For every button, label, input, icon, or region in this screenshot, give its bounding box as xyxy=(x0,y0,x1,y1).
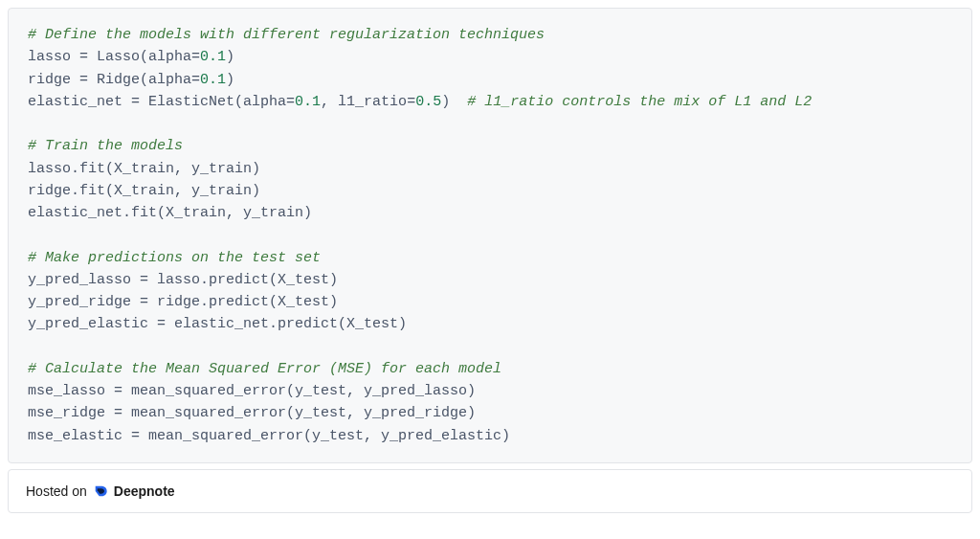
code-text: mse_ridge xyxy=(28,405,114,421)
code-text: Lasso(alpha xyxy=(88,49,191,65)
code-text: , l1_ratio xyxy=(321,94,407,110)
code-text: elastic_net xyxy=(28,94,131,110)
code-op: = xyxy=(140,294,148,310)
code-comment: # Make predictions on the test set xyxy=(28,250,321,266)
code-op: = xyxy=(114,405,122,421)
code-text: lasso.fit(X_train, y_train) xyxy=(28,161,260,177)
code-text: y_pred_elastic xyxy=(28,316,157,332)
code-op: = xyxy=(79,72,88,88)
code-op: = xyxy=(140,272,148,288)
code-text: ) xyxy=(226,72,234,88)
code-text: mean_squared_error(y_test, y_pred_ridge) xyxy=(122,405,476,421)
deepnote-logo-icon xyxy=(93,483,108,499)
code-op: = xyxy=(79,49,88,65)
hosted-label: Hosted on xyxy=(26,483,87,499)
code-number: 0.1 xyxy=(295,94,321,110)
code-op: = xyxy=(114,383,122,399)
code-text: lasso xyxy=(28,49,79,65)
code-text: mse_elastic xyxy=(28,428,131,444)
code-comment: # Train the models xyxy=(28,138,183,154)
code-text: ridge xyxy=(28,72,79,88)
code-text: ridge.predict(X_test) xyxy=(148,294,338,310)
code-text: mean_squared_error(y_test, y_pred_lasso) xyxy=(122,383,476,399)
code-op: = xyxy=(407,94,415,110)
code-comment: # Define the models with different regul… xyxy=(28,27,545,43)
code-text: Ridge(alpha xyxy=(88,72,191,88)
code-text: ridge.fit(X_train, y_train) xyxy=(28,183,260,199)
code-text: mse_lasso xyxy=(28,383,114,399)
code-comment: # Calculate the Mean Squared Error (MSE)… xyxy=(28,361,501,377)
code-text: elastic_net.predict(X_test) xyxy=(166,316,407,332)
code-text: y_pred_ridge xyxy=(28,294,140,310)
code-number: 0.5 xyxy=(415,94,441,110)
code-text: ) xyxy=(441,94,467,110)
code-text: mean_squared_error(y_test, y_pred_elasti… xyxy=(140,428,510,444)
code-op: = xyxy=(191,49,200,65)
code-op: = xyxy=(131,428,140,444)
code-text: ElasticNet(alpha xyxy=(140,94,286,110)
code-cell: # Define the models with different regul… xyxy=(8,8,972,463)
code-number: 0.1 xyxy=(200,49,226,65)
code-comment: # l1_ratio controls the mix of L1 and L2 xyxy=(467,94,812,110)
hosted-footer: Hosted on Deepnote xyxy=(8,469,972,513)
code-op: = xyxy=(191,72,200,88)
code-text: ) xyxy=(226,49,234,65)
code-op: = xyxy=(286,94,295,110)
code-text: lasso.predict(X_test) xyxy=(148,272,338,288)
code-op: = xyxy=(131,94,140,110)
code-text: y_pred_lasso xyxy=(28,272,140,288)
code-op: = xyxy=(157,316,166,332)
brand-name: Deepnote xyxy=(114,483,175,499)
code-text: elastic_net.fit(X_train, y_train) xyxy=(28,205,312,221)
code-number: 0.1 xyxy=(200,72,226,88)
